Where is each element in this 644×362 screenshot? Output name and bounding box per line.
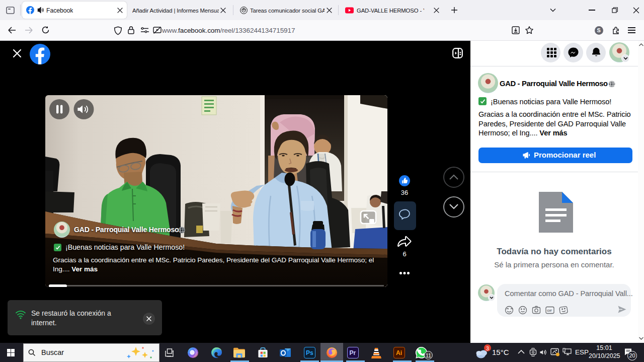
svg-text:GIF: GIF (547, 309, 552, 312)
